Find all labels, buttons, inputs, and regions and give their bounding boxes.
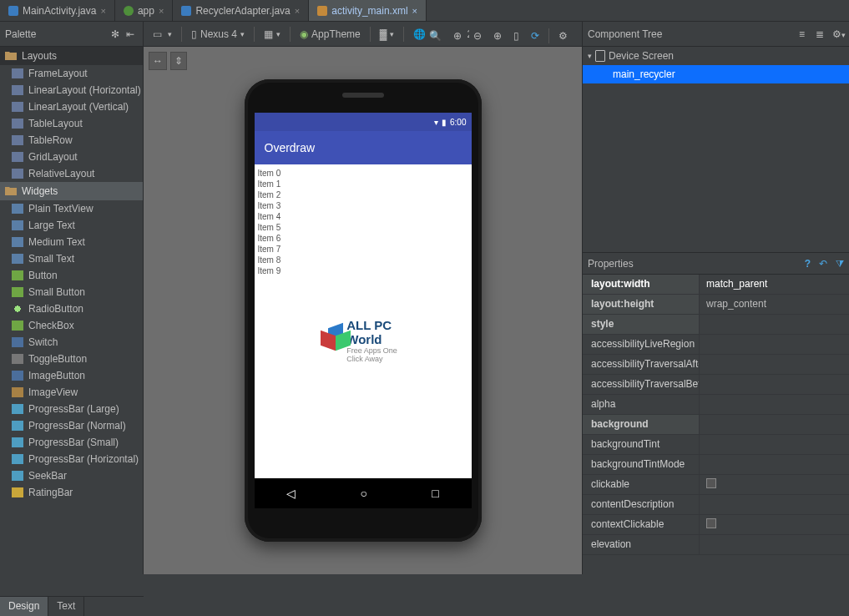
- close-icon[interactable]: ×: [159, 6, 164, 16]
- tree-item-main-recycler[interactable]: main_recycler: [583, 65, 849, 83]
- zoom-out-icon[interactable]: ⊖: [469, 27, 486, 45]
- close-icon[interactable]: ×: [412, 6, 417, 16]
- nav-bar: ◁ ○ □: [255, 478, 472, 508]
- property-row[interactable]: alpha: [583, 395, 849, 415]
- file-tab[interactable]: app×: [115, 0, 173, 21]
- orientation-btn[interactable]: ▭▾: [149, 25, 176, 43]
- palette-group[interactable]: Widgets: [0, 182, 143, 200]
- palette-item[interactable]: RatingBar: [0, 484, 143, 501]
- palette-item[interactable]: RelativeLayout: [0, 165, 143, 182]
- property-value[interactable]: [700, 455, 849, 474]
- palette-item[interactable]: CheckBox: [0, 317, 143, 334]
- close-icon[interactable]: ×: [295, 6, 300, 16]
- palette-item[interactable]: RadioButton: [0, 300, 143, 317]
- zoom-fit-icon[interactable]: 🔍: [425, 27, 446, 45]
- tree-gear-icon[interactable]: ⚙▾: [832, 28, 844, 40]
- list-item: Item 0: [255, 168, 472, 179]
- palette-item[interactable]: GridLayout: [0, 149, 143, 165]
- palette-item[interactable]: LinearLayout (Vertical): [0, 98, 143, 115]
- theme-select[interactable]: ◉ AppTheme: [296, 25, 365, 43]
- property-value[interactable]: [700, 335, 849, 354]
- clipboard-icon[interactable]: ▯: [509, 27, 523, 45]
- file-icon: [8, 6, 18, 16]
- undo-icon[interactable]: ↶: [819, 258, 827, 270]
- palette-item[interactable]: Medium Text: [0, 234, 143, 250]
- preview-area[interactable]: ↔ ⇕ 🔍 ⊕ ⊖ ⊕ ▯ ⟳ ⚙ ▾ ▮ 6:00: [144, 47, 582, 574]
- property-value[interactable]: match_parent: [700, 275, 849, 294]
- palette-item[interactable]: Switch: [0, 334, 143, 351]
- property-value[interactable]: [700, 495, 849, 514]
- property-row[interactable]: backgroundTintMode: [583, 455, 849, 475]
- property-value[interactable]: [700, 475, 849, 494]
- property-value[interactable]: wrap_content: [700, 295, 849, 314]
- property-value[interactable]: [700, 515, 849, 534]
- palette-item[interactable]: LinearLayout (Horizontal): [0, 82, 143, 98]
- layout-btn[interactable]: ▦▾: [260, 25, 285, 43]
- gear-icon[interactable]: ✻: [111, 28, 123, 40]
- property-row[interactable]: accessibilityTraversalAfter: [583, 355, 849, 375]
- property-row[interactable]: clickable: [583, 475, 849, 495]
- palette-item[interactable]: FrameLayout: [0, 65, 143, 82]
- palette-item[interactable]: ImageButton: [0, 367, 143, 384]
- property-row[interactable]: backgroundTint: [583, 435, 849, 455]
- palette-item[interactable]: Large Text: [0, 217, 143, 234]
- zoom-in-icon[interactable]: ⊕: [489, 27, 506, 45]
- palette-item[interactable]: ProgressBar (Large): [0, 401, 143, 417]
- property-row[interactable]: contextClickable: [583, 515, 849, 535]
- close-icon[interactable]: ×: [100, 6, 105, 16]
- file-tab[interactable]: activity_main.xml×: [309, 0, 427, 21]
- component-icon: [12, 304, 23, 314]
- collapse-all-icon[interactable]: ≣: [816, 28, 827, 40]
- palette-item[interactable]: ProgressBar (Small): [0, 434, 143, 451]
- variant-btn[interactable]: ▓▾: [376, 25, 399, 43]
- tree-root[interactable]: ▾ Device Screen: [583, 47, 849, 65]
- checkbox[interactable]: [706, 478, 716, 488]
- help-icon[interactable]: ?: [805, 258, 811, 270]
- collapse-icon[interactable]: ⇤: [126, 28, 138, 40]
- palette-item[interactable]: ToggleButton: [0, 351, 143, 367]
- device-select[interactable]: ▯ Nexus 4▾: [187, 25, 249, 43]
- edge-h-icon[interactable]: ↔: [149, 52, 167, 70]
- tab-text[interactable]: Text: [48, 597, 84, 616]
- property-value[interactable]: [700, 535, 849, 554]
- property-row[interactable]: accessibilityTraversalBefore: [583, 375, 849, 395]
- checkbox[interactable]: [706, 518, 716, 528]
- palette-item[interactable]: ProgressBar (Normal): [0, 417, 143, 434]
- zoom-actual-icon[interactable]: ⊕: [449, 27, 466, 45]
- filter-icon[interactable]: ⧩: [836, 258, 844, 270]
- tab-design[interactable]: Design: [0, 597, 48, 616]
- palette-item[interactable]: SeekBar: [0, 467, 143, 484]
- palette-item[interactable]: TableRow: [0, 132, 143, 149]
- settings-gear-icon[interactable]: ⚙: [554, 27, 572, 45]
- property-key: contextClickable: [583, 515, 700, 534]
- file-tab[interactable]: RecyclerAdapter.java×: [173, 0, 309, 21]
- property-row[interactable]: background: [583, 415, 849, 435]
- palette-item[interactable]: Plain TextView: [0, 200, 143, 217]
- chevron-down-icon[interactable]: ▾: [588, 52, 592, 60]
- property-row[interactable]: elevation: [583, 535, 849, 555]
- palette-item[interactable]: ImageView: [0, 384, 143, 401]
- property-row[interactable]: layout:widthmatch_parent: [583, 275, 849, 295]
- palette-item[interactable]: Button: [0, 267, 143, 284]
- file-tab[interactable]: MainActivity.java×: [0, 0, 115, 21]
- property-row[interactable]: contentDescription: [583, 495, 849, 515]
- property-value[interactable]: [700, 395, 849, 414]
- property-value[interactable]: [700, 415, 849, 434]
- palette-item[interactable]: Small Button: [0, 284, 143, 300]
- palette-item[interactable]: TableLayout: [0, 115, 143, 132]
- palette-item[interactable]: ProgressBar (Horizontal): [0, 451, 143, 467]
- property-row[interactable]: layout:heightwrap_content: [583, 295, 849, 315]
- list-item: Item 7: [255, 244, 472, 255]
- recycler-preview[interactable]: Item 0Item 1Item 2Item 3Item 4Item 5Item…: [255, 164, 472, 478]
- property-row[interactable]: accessibilityLiveRegion: [583, 335, 849, 355]
- expand-all-icon[interactable]: ≡: [799, 28, 811, 40]
- edge-v-icon[interactable]: ⇕: [170, 52, 187, 70]
- palette-item[interactable]: Small Text: [0, 250, 143, 267]
- property-value[interactable]: [700, 355, 849, 374]
- palette-group[interactable]: Layouts: [0, 47, 143, 65]
- refresh-icon[interactable]: ⟳: [527, 27, 543, 45]
- property-value[interactable]: [700, 435, 849, 454]
- property-value[interactable]: [700, 315, 849, 334]
- property-value[interactable]: [700, 375, 849, 394]
- property-row[interactable]: style: [583, 315, 849, 335]
